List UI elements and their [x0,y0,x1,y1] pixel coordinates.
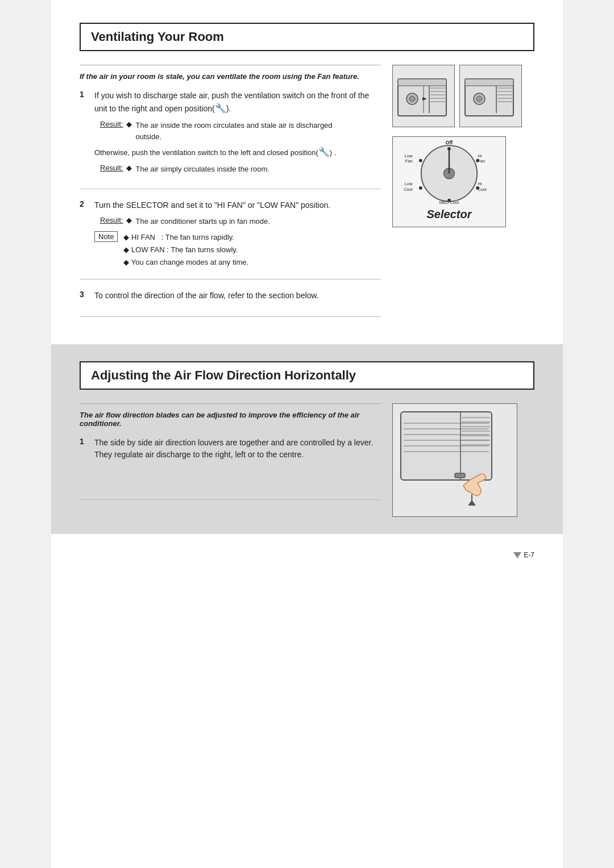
result2-text: The air simply circulates inside the roo… [135,164,269,175]
step-1-num: 1 [80,90,89,178]
divider-1 [80,189,381,189]
result2-diamond: ◆ [126,164,132,175]
selector-image: Off Hi Fan Low Fan Hi Cool Low Cool [392,136,506,227]
step-2-result: Result: ◆ The air conditioner starts up … [100,216,381,227]
section2-divider [80,499,381,500]
step-1-otherwise: Otherwise, push the ventilation switch t… [94,145,381,159]
svg-text:Low: Low [405,153,413,158]
svg-text:Off: Off [446,140,453,145]
svg-text:Fan: Fan [405,158,413,164]
ac-unit-image-1 [392,65,455,127]
section1-left: If the air in your room is stale, you ca… [80,65,381,327]
section2-step-1-content: The side by side air direction louvers a… [94,437,381,465]
section2-title: Adjusting the Air Flow Direction Horizon… [91,368,523,383]
divider-2 [80,279,381,279]
page-num-triangle-icon [513,552,521,558]
note-line-3: ◆ You can change modes at any time. [123,256,248,269]
note-content: ◆ HI FAN : The fan turns rapidly. ◆ LOW … [123,231,248,269]
step-3-text: To control the direction of the air flow… [94,290,381,302]
section2: Adjusting the Air Flow Direction Horizon… [51,344,563,534]
svg-text:Low: Low [405,181,413,186]
section2-step-1-num: 1 [80,437,89,465]
step-1-content: If you wish to discharge stale air, push… [94,90,381,178]
result1-text: The air inside the room circulates and s… [135,120,332,142]
step-1-result1: Result: ◆ The air inside the room circul… [100,120,381,142]
ac-unit-svg-2 [462,68,519,124]
section2-content-row: The air flow direction blades can be adj… [80,403,534,517]
selector-word: Selector [427,208,472,221]
step-3-num: 3 [80,290,89,306]
svg-point-42 [447,199,451,202]
step-1-text: If you wish to discharge stale air, push… [94,90,381,115]
svg-text:Cool: Cool [404,187,413,192]
svg-rect-12 [398,79,446,86]
step-3-content: To control the direction of the air flow… [94,290,381,306]
svg-point-40 [476,186,479,190]
section2-right [392,403,534,517]
ac-unit-svg-1 [395,68,452,124]
svg-point-39 [419,159,422,162]
section2-title-box: Adjusting the Air Flow Direction Horizon… [80,361,534,390]
svg-rect-23 [465,79,513,86]
result1-label: Result: [100,120,123,142]
section1: Ventilating Your Room If the air in your… [51,23,563,327]
note-line-1: ◆ HI FAN : The fan turns rapidly. [123,231,248,244]
page-number-area: E-7 [51,545,563,566]
page: Ventilating Your Room If the air in your… [51,0,563,868]
ac-bottom-image [392,403,517,517]
result1-diamond: ◆ [126,120,132,142]
note-label: Note [94,231,118,242]
step-2-content: Turn the SELECTOR and set it to "HI FAN"… [94,199,381,269]
svg-rect-58 [455,473,465,478]
step-2-text: Turn the SELECTOR and set it to "HI FAN"… [94,199,381,211]
step-2: 2 Turn the SELECTOR and set it to "HI FA… [80,199,381,269]
step-1-result2: Result: ◆ The air simply circulates insi… [100,164,381,175]
section1-right: Off Hi Fan Low Fan Hi Cool Low Cool [392,65,534,327]
ac-units-images [392,65,534,127]
svg-point-37 [447,147,451,151]
svg-point-22 [476,96,482,102]
step2-result-label: Result: [100,216,123,227]
step2-result-text: The air conditioner starts up in fan mod… [135,216,269,227]
section2-left: The air flow direction blades can be adj… [80,403,381,517]
page-number-text: E-7 [524,551,534,559]
svg-point-38 [476,159,479,162]
svg-point-41 [419,186,422,190]
section1-content-row: If the air in your room is stale, you ca… [80,65,534,327]
section1-intro: If the air in your room is stale, you ca… [80,65,381,81]
step-2-num: 2 [80,199,89,269]
note-line-2: ◆ LOW FAN : The fan turns slowly. [123,244,248,256]
section2-intro: The air flow direction blades can be adj… [80,403,381,428]
svg-text:Hi: Hi [478,153,482,158]
section1-title-box: Ventilating Your Room [80,23,534,51]
ac-unit-image-2 [459,65,522,127]
section2-step-1: 1 The side by side air direction louvers… [80,437,381,465]
step2-result-diamond: ◆ [126,216,132,227]
selector-svg: Off Hi Fan Low Fan Hi Cool Low Cool [398,137,500,207]
svg-text:Hi: Hi [478,181,482,186]
divider-3 [80,316,381,317]
svg-point-10 [409,96,415,102]
section1-title: Ventilating Your Room [91,30,523,44]
ac-bottom-svg [395,406,515,514]
step-3: 3 To control the direction of the air fl… [80,290,381,306]
section2-step-1-text: The side by side air direction louvers a… [94,437,381,461]
step-2-note: Note ◆ HI FAN : The fan turns rapidly. ◆… [94,231,381,269]
step-1: 1 If you wish to discharge stale air, pu… [80,90,381,178]
result2-label: Result: [100,164,123,175]
page-num-box: E-7 [513,551,534,559]
